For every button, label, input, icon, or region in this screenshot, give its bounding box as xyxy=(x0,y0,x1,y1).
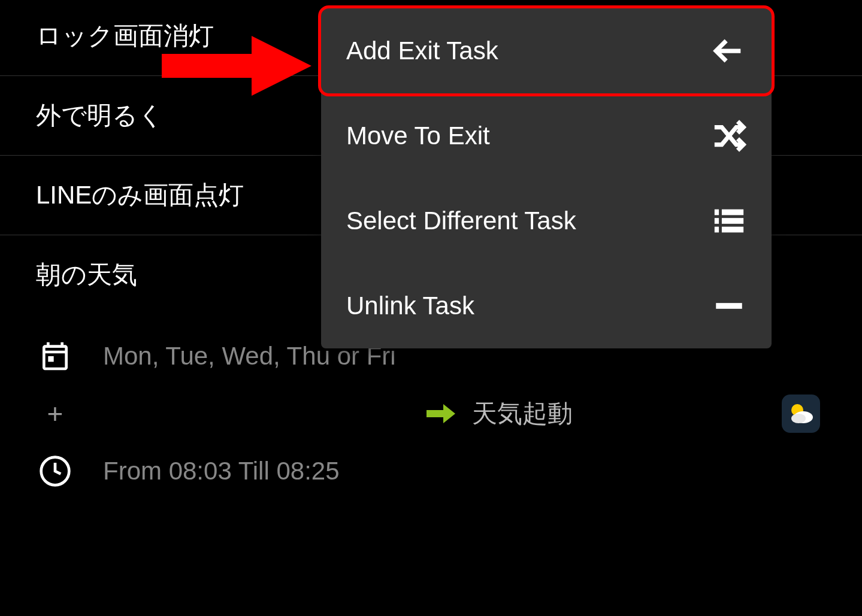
shuffle-icon xyxy=(712,119,746,153)
svg-rect-8 xyxy=(722,218,743,224)
profile-label: 外で明るく xyxy=(36,101,164,129)
profile-label: ロック画面消灯 xyxy=(36,22,214,50)
svg-rect-7 xyxy=(715,218,719,224)
menu-item-unlink-task[interactable]: Unlink Task xyxy=(321,263,772,348)
svg-rect-9 xyxy=(715,227,719,233)
minus-icon xyxy=(712,289,746,323)
plus-icon[interactable]: + xyxy=(36,397,74,430)
menu-item-label: Add Exit Task xyxy=(346,37,498,65)
svg-rect-6 xyxy=(722,210,743,216)
svg-point-3 xyxy=(791,414,806,423)
task-name: 天気起動 xyxy=(472,397,573,430)
profile-label: LINEのみ画面点灯 xyxy=(36,181,244,209)
task-row[interactable]: + 天気起動 xyxy=(36,386,826,441)
svg-rect-0 xyxy=(48,356,53,362)
time-range-row[interactable]: From 08:03 Till 08:25 xyxy=(36,441,826,501)
arrow-left-icon xyxy=(712,34,746,68)
menu-item-label: Move To Exit xyxy=(346,122,490,150)
calendar-icon xyxy=(36,337,74,375)
menu-item-add-exit-task[interactable]: Add Exit Task xyxy=(318,5,775,96)
context-menu: Add Exit Task Move To Exit Select Differ… xyxy=(321,8,772,348)
arrow-right-icon xyxy=(427,402,455,426)
menu-item-label: Select Different Task xyxy=(346,207,576,235)
svg-rect-10 xyxy=(722,227,743,233)
menu-item-move-to-exit[interactable]: Move To Exit xyxy=(321,93,772,178)
clock-icon xyxy=(36,452,74,490)
list-icon xyxy=(712,204,746,238)
svg-rect-5 xyxy=(715,210,719,216)
menu-item-select-different-task[interactable]: Select Different Task xyxy=(321,178,772,263)
weather-app-icon[interactable] xyxy=(782,395,820,433)
profile-label: 朝の天気 xyxy=(36,260,137,289)
svg-rect-11 xyxy=(716,303,742,309)
time-range-text: From 08:03 Till 08:25 xyxy=(103,455,340,488)
menu-item-label: Unlink Task xyxy=(346,292,474,320)
